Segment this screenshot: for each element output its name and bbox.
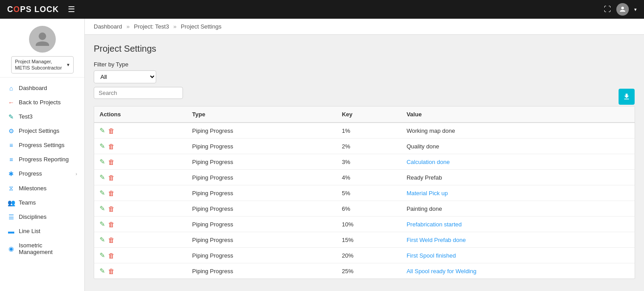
sidebar-item-disciplines[interactable]: ☰ Disciplines	[0, 210, 84, 224]
sidebar-item-line-list[interactable]: ▬ Line List	[0, 224, 84, 238]
breadcrumb-project[interactable]: Project: Test3	[134, 23, 169, 30]
delete-button[interactable]: 🗑	[108, 236, 115, 244]
main-layout: Project Manager, METIS Subcontractor ▾ ⌂…	[0, 19, 644, 291]
delete-button[interactable]: 🗑	[108, 205, 115, 213]
sidebar-item-teams[interactable]: 👥 Teams	[0, 196, 84, 210]
value-cell[interactable]: Material Pick up	[401, 185, 635, 201]
value-link[interactable]: Material Pick up	[407, 190, 448, 197]
sidebar-item-project-settings[interactable]: ⚙ Project Settings	[0, 124, 84, 138]
filter-row: All Piping Progress Other	[94, 70, 635, 83]
table-row: ✎ 🗑 Piping Progress3%Calculation done	[94, 154, 635, 170]
edit-button[interactable]: ✎	[100, 251, 105, 259]
sidebar-item-progress-settings[interactable]: ≡ Progress Settings	[0, 138, 84, 152]
delete-button[interactable]: 🗑	[108, 158, 115, 166]
hamburger-icon[interactable]: ☰	[68, 4, 75, 14]
delete-button[interactable]: 🗑	[108, 189, 115, 197]
progress-icon: ✱	[7, 170, 15, 177]
value-cell: Ready Prefab	[401, 170, 635, 185]
table-row: ✎ 🗑 Piping Progress6%Painting done	[94, 201, 635, 217]
value-cell[interactable]: Prefabrication started	[401, 217, 635, 232]
value-link[interactable]: First Weld Prefab done	[407, 237, 466, 243]
logo-highlight: O	[13, 5, 20, 14]
type-cell: Piping Progress	[187, 170, 337, 185]
delete-button[interactable]: 🗑	[108, 252, 115, 259]
actions-cell: ✎ 🗑	[94, 185, 187, 201]
value-cell[interactable]: First Spool finished	[401, 248, 635, 263]
actions-cell: ✎ 🗑	[94, 217, 187, 232]
table-row: ✎ 🗑 Piping Progress15%First Weld Prefab …	[94, 232, 635, 248]
topbar-right: ⛶ ▾	[604, 3, 637, 16]
value-cell[interactable]: All Spool ready for Welding	[401, 263, 635, 279]
isometric-icon: ◉	[7, 245, 15, 252]
gear-icon: ⚙	[7, 127, 15, 135]
col-type: Type	[187, 107, 337, 123]
sidebar-item-label: Milestones	[19, 185, 46, 192]
sidebar-item-progress[interactable]: ✱ Progress ›	[0, 167, 84, 181]
value-link[interactable]: First Spool finished	[407, 252, 456, 259]
value-link[interactable]: Prefabrication started	[407, 221, 462, 228]
key-cell: 5%	[337, 185, 401, 201]
sidebar-item-test3[interactable]: ✎ Test3	[0, 110, 84, 124]
value-cell[interactable]: Calculation done	[401, 154, 635, 170]
export-button[interactable]	[619, 89, 635, 105]
edit-button[interactable]: ✎	[100, 205, 105, 213]
actions-cell: ✎ 🗑	[94, 170, 187, 185]
actions-cell: ✎ 🗑	[94, 248, 187, 263]
edit-button[interactable]: ✎	[100, 158, 105, 166]
disciplines-icon: ☰	[7, 213, 15, 221]
value-cell[interactable]: First Weld Prefab done	[401, 232, 635, 248]
sidebar-item-isometric-management[interactable]: ◉ Isometric Management	[0, 238, 84, 259]
table-row: ✎ 🗑 Piping Progress10%Prefabrication sta…	[94, 217, 635, 232]
role-selector[interactable]: Project Manager, METIS Subcontractor ▾	[11, 56, 74, 74]
key-cell: 1%	[337, 123, 401, 139]
user-dropdown-icon[interactable]: ▾	[634, 7, 637, 12]
value-cell: Working map done	[401, 123, 635, 139]
delete-button[interactable]: 🗑	[108, 174, 115, 181]
actions-cell: ✎ 🗑	[94, 263, 187, 279]
edit-button[interactable]: ✎	[100, 189, 105, 197]
sidebar-item-label: Isometric Management	[19, 242, 77, 255]
type-cell: Piping Progress	[187, 154, 337, 170]
logo-text: COPS LOCK	[7, 5, 59, 14]
sidebar-item-back-to-projects[interactable]: ← Back to Projects	[0, 95, 84, 110]
edit-button[interactable]: ✎	[100, 127, 105, 135]
user-avatar[interactable]	[616, 3, 629, 16]
type-cell: Piping Progress	[187, 232, 337, 248]
sidebar-item-progress-reporting[interactable]: ≡ Progress Reporting	[0, 152, 84, 167]
sidebar-avatar-section: Project Manager, METIS Subcontractor ▾	[0, 19, 84, 78]
delete-button[interactable]: 🗑	[108, 143, 115, 150]
fullscreen-icon[interactable]: ⛶	[604, 5, 611, 13]
actions-cell: ✎ 🗑	[94, 201, 187, 217]
chevron-right-icon: ›	[75, 171, 77, 176]
filter-section: Filter by Type All Piping Progress Other	[94, 61, 635, 99]
actions-cell: ✎ 🗑	[94, 139, 187, 154]
delete-button[interactable]: 🗑	[108, 267, 115, 275]
edit-button[interactable]: ✎	[100, 173, 105, 181]
edit-button[interactable]: ✎	[100, 267, 105, 275]
type-cell: Piping Progress	[187, 139, 337, 154]
delete-button[interactable]: 🗑	[108, 221, 115, 228]
edit-button[interactable]: ✎	[100, 142, 105, 150]
col-value: Value	[401, 107, 635, 123]
line-list-icon: ▬	[7, 228, 15, 235]
key-cell: 10%	[337, 217, 401, 232]
col-key: Key	[337, 107, 401, 123]
delete-button[interactable]: 🗑	[108, 127, 115, 135]
sidebar-item-dashboard[interactable]: ⌂ Dashboard	[0, 81, 84, 95]
key-cell: 6%	[337, 201, 401, 217]
value-link[interactable]: All Spool ready for Welding	[407, 268, 477, 275]
edit-button[interactable]: ✎	[100, 220, 105, 228]
edit-button[interactable]: ✎	[100, 236, 105, 244]
actions-cell: ✎ 🗑	[94, 123, 187, 139]
sidebar-item-label: Progress	[19, 170, 42, 177]
sidebar-item-label: Line List	[19, 228, 40, 234]
key-cell: 15%	[337, 232, 401, 248]
settings-table: Actions Type Key Value ✎ 🗑 Piping Progre…	[94, 107, 635, 279]
filter-select[interactable]: All Piping Progress Other	[94, 70, 156, 83]
value-link[interactable]: Calculation done	[407, 159, 450, 165]
table-row: ✎ 🗑 Piping Progress2%Quality done	[94, 139, 635, 154]
key-cell: 25%	[337, 263, 401, 279]
sidebar-item-milestones[interactable]: ⧖ Milestones	[0, 181, 84, 196]
breadcrumb-dashboard[interactable]: Dashboard	[94, 23, 122, 30]
search-input[interactable]	[94, 87, 183, 99]
